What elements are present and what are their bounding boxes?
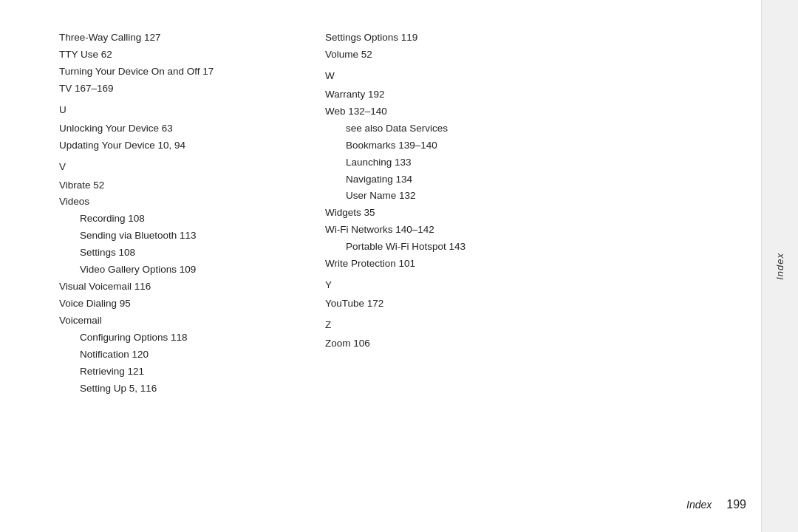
list-item: Write Protection 101 (325, 256, 724, 273)
list-item: Widgets 35 (325, 205, 724, 222)
right-column: Settings Options 119Volume 52WWarranty 1… (325, 30, 724, 502)
list-item: Recording 108 (59, 211, 296, 228)
list-item: Z (325, 317, 724, 334)
page-footer: Index 199 (686, 498, 746, 511)
list-item: Retrieving 121 (59, 364, 296, 381)
page-container: Three-Way Calling 127TTY Use 62Turning Y… (0, 0, 798, 532)
list-item: Settings 108 (59, 245, 296, 262)
list-item: TV 167–169 (59, 81, 296, 98)
sidebar-label: Index (774, 253, 785, 280)
list-item: Sending via Bluetooth 113 (59, 228, 296, 245)
footer-index-label: Index (686, 499, 712, 511)
list-item: Videos (59, 194, 296, 211)
list-item: Video Gallery Options 109 (59, 262, 296, 279)
list-item: Configuring Options 118 (59, 330, 296, 347)
list-item: Voice Dialing 95 (59, 296, 296, 313)
list-item: Settings Options 119 (325, 30, 724, 47)
list-item: see also Data Services (325, 120, 724, 137)
list-item: U (59, 102, 296, 119)
list-item: YouTube 172 (325, 296, 724, 313)
list-item: Bookmarks 139–140 (325, 137, 724, 154)
left-column: Three-Way Calling 127TTY Use 62Turning Y… (59, 30, 296, 502)
list-item: Voicemail (59, 313, 296, 330)
right-sidebar: Index (761, 0, 798, 532)
list-item: W (325, 68, 724, 85)
list-item: Updating Your Device 10, 94 (59, 137, 296, 154)
list-item: Y (325, 277, 724, 294)
main-content: Three-Way Calling 127TTY Use 62Turning Y… (0, 0, 761, 532)
list-item: User Name 132 (325, 188, 724, 205)
list-item: Turning Your Device On and Off 17 (59, 64, 296, 81)
list-item: Launching 133 (325, 154, 724, 171)
list-item: Visual Voicemail 116 (59, 279, 296, 296)
footer-page-number: 199 (726, 498, 746, 511)
list-item: TTY Use 62 (59, 47, 296, 64)
list-item: Volume 52 (325, 47, 724, 64)
list-item: Vibrate 52 (59, 177, 296, 194)
list-item: Three-Way Calling 127 (59, 30, 296, 47)
list-item: Portable Wi-Fi Hotspot 143 (325, 239, 724, 256)
list-item: Notification 120 (59, 347, 296, 364)
list-item: Navigating 134 (325, 171, 724, 188)
list-item: Web 132–140 (325, 103, 724, 120)
list-item: Wi-Fi Networks 140–142 (325, 222, 724, 239)
list-item: Unlocking Your Device 63 (59, 120, 296, 137)
list-item: Warranty 192 (325, 86, 724, 103)
list-item: Setting Up 5, 116 (59, 381, 296, 398)
list-item: Zoom 106 (325, 335, 724, 352)
list-item: V (59, 159, 296, 176)
